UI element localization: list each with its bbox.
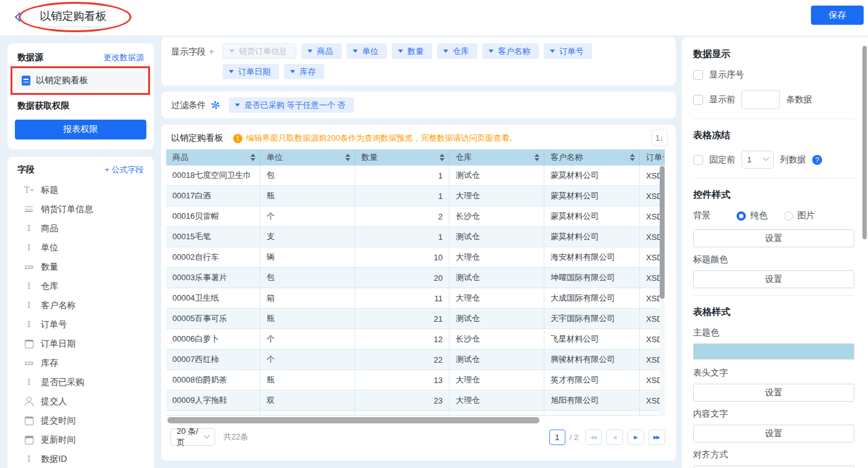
show-index-checkbox[interactable] (693, 70, 703, 80)
change-datasource-link[interactable]: 更改数据源 (104, 52, 144, 63)
field-chip[interactable]: 客户名称 (482, 43, 539, 59)
field-item[interactable]: 提交时间 (14, 411, 148, 430)
table-row: 00009人字拖鞋 双 23 大理仓 旭阳有限公司 XSDD20 (166, 391, 665, 411)
report-permission-button[interactable]: 报表权限 (15, 120, 146, 139)
top-bar: 以销定购看板 保存 (0, 0, 868, 35)
freeze-count-select[interactable]: 1 (742, 151, 774, 169)
table-header-cell[interactable]: 商品 (166, 149, 260, 166)
last-page[interactable]: ▶▶ (649, 430, 665, 445)
field-item[interactable]: 商品 (14, 219, 148, 238)
background-set-button[interactable]: 设置 (693, 229, 854, 247)
field-label: 商品 (41, 223, 58, 234)
display-fields-label: 显示字段+ (171, 43, 214, 79)
panel-scrollbar[interactable] (862, 46, 867, 459)
first-page[interactable]: ◀◀ (585, 430, 602, 445)
field-chip[interactable]: 订单日期 (223, 64, 279, 79)
table-horizontal-scrollbar[interactable] (166, 417, 665, 423)
field-item[interactable]: 标题 (14, 180, 148, 200)
fields-list: 标题 销货订单信息 商品 单位 (14, 180, 148, 468)
field-item[interactable]: 订单日期 (14, 334, 148, 353)
table-header-cell[interactable]: 数量 (355, 149, 450, 166)
table-header-cell[interactable]: 客户名称 (544, 149, 640, 166)
field-item[interactable]: 仓库 (14, 276, 148, 296)
align-set-button[interactable] (693, 466, 854, 468)
data-table: 商品 单位 数量 (166, 149, 665, 423)
solid-color-radio[interactable] (737, 211, 746, 221)
field-item[interactable]: 销货订单信息 (14, 200, 148, 219)
field-item[interactable]: 是否已采购 (14, 373, 148, 392)
field-item[interactable]: 数量 (14, 257, 148, 276)
scrollbar-thumb[interactable] (660, 166, 665, 299)
header-text-set-button[interactable]: 设置 (693, 384, 854, 402)
field-item[interactable]: 单位 (14, 238, 148, 257)
chevron-down-icon (235, 104, 240, 107)
field-item[interactable]: 库存 (14, 353, 148, 373)
field-chip[interactable]: 仓库 (437, 43, 477, 59)
number-icon (23, 264, 35, 270)
scrollbar-thumb[interactable] (167, 417, 539, 423)
field-chip[interactable]: 单位 (347, 43, 387, 59)
field-chip[interactable]: 订单号 (544, 43, 592, 59)
title-color-set-button[interactable]: 设置 (693, 270, 854, 288)
display-fields-chips: 销货订单信息 商品 单位 数量 (223, 43, 632, 79)
sort-arrows-icon[interactable] (630, 154, 635, 161)
show-first-label: 显示前 (709, 94, 735, 105)
datasource-item[interactable]: 以销定购看板 (16, 71, 145, 90)
add-formula-field-link[interactable]: + 公式字段 (105, 164, 144, 175)
table-header-cell[interactable]: 订单号 (640, 149, 665, 166)
table-vertical-scrollbar[interactable] (660, 166, 665, 416)
chevron-down-icon (550, 50, 555, 53)
sort-arrows-icon[interactable] (250, 154, 255, 161)
table-header-cell[interactable]: 仓库 (450, 149, 544, 166)
warning-icon: ! (233, 134, 242, 143)
field-chip[interactable]: 数量 (392, 43, 432, 59)
theme-color-label: 主题色 (693, 327, 854, 338)
date-icon (23, 436, 35, 444)
current-page-input[interactable]: 1 (549, 430, 565, 445)
save-button[interactable]: 保存 (811, 6, 864, 25)
chevron-down-icon (290, 70, 295, 73)
page-size-select[interactable]: 20 条/页 (170, 428, 215, 446)
date-icon (23, 417, 35, 425)
field-chip[interactable]: 销货订单信息 (223, 43, 296, 59)
scrollbar-thumb[interactable] (862, 46, 867, 239)
settings-panel: 数据显示 显示序号 显示前 条数据 表格冻结 固定前 1 列数据 ? 控件样式 … (682, 37, 868, 468)
field-item[interactable]: 更新时间 (14, 430, 148, 449)
fields-card: 字段 + 公式字段 标题 销货订单信息 商品 (7, 157, 154, 468)
field-item[interactable]: 提交人 (14, 392, 148, 411)
chevron-down-icon (229, 50, 234, 53)
page-title[interactable]: 以销定购看板 (38, 9, 114, 27)
data-display-heading: 数据显示 (693, 48, 854, 60)
theme-color-swatch[interactable] (693, 343, 854, 360)
gear-icon[interactable] (211, 100, 220, 110)
freeze-checkbox[interactable] (693, 155, 703, 165)
field-chip[interactable]: 商品 (301, 43, 342, 59)
form-icon (23, 206, 35, 212)
field-item[interactable]: 客户名称 (14, 296, 148, 315)
next-page[interactable]: ▶ (627, 430, 644, 445)
filter-condition-chip[interactable]: 是否已采购 等于任意一个 否 (229, 97, 354, 113)
sort-arrows-icon[interactable] (534, 154, 539, 161)
table-body: 00018七度空间卫生巾 包 1 测试仓 蒙莫材料公司 XSDD20 00017… (166, 166, 665, 416)
sort-arrows-icon[interactable] (440, 154, 445, 161)
datasource-card: 数据源 更改数据源 以销定购看板 数据获取权限 报表权限 (7, 43, 154, 149)
field-chip[interactable]: 库存 (284, 64, 324, 79)
show-first-checkbox[interactable] (693, 95, 703, 105)
header-text-label: 表头文字 (693, 368, 854, 379)
prev-page[interactable]: ◀ (606, 430, 623, 445)
sort-arrows-icon[interactable] (345, 154, 350, 161)
table-row: 00005百事可乐 瓶 21 测试仓 天宇国际有限公司 XSDD20 (166, 309, 665, 329)
back-icon[interactable] (15, 12, 25, 22)
image-radio[interactable] (784, 211, 793, 221)
field-item[interactable]: 订单号 (14, 315, 148, 334)
table-header-cell[interactable]: 单位 (260, 149, 355, 166)
help-icon[interactable]: ? (812, 155, 822, 165)
field-item[interactable]: 数据ID (14, 449, 148, 468)
field-label: 订单号 (41, 319, 67, 330)
number-icon (23, 360, 35, 366)
show-first-count-input[interactable] (742, 90, 780, 109)
content-text-set-button[interactable]: 设置 (693, 425, 854, 443)
sort-tool-button[interactable]: 1↓ (651, 130, 668, 146)
freeze-heading: 表格冻结 (693, 130, 854, 141)
add-display-field-icon[interactable]: + (209, 46, 214, 56)
